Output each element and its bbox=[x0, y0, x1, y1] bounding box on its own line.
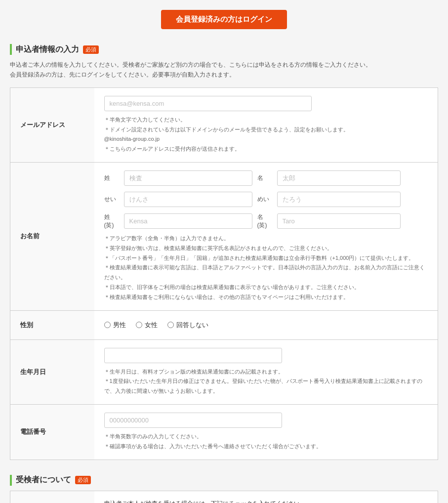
gender-options: 男性 女性 回答しない bbox=[104, 319, 428, 332]
applicant-form-table: メールアドレス ＊半角文字で入力してください。 ＊ドメイン設定されている方は以下… bbox=[10, 87, 438, 460]
first-name-field[interactable] bbox=[277, 170, 401, 186]
last-en-field[interactable] bbox=[124, 213, 252, 229]
gender-no-answer-option[interactable]: 回答しない bbox=[167, 321, 208, 330]
first-en-label: 名(英) bbox=[257, 213, 272, 230]
first-kana-field[interactable] bbox=[277, 192, 401, 207]
dob-note-2: ＊1度登録いただいた生年月日の修正はできません。登録いただいた物が、パスポート番… bbox=[104, 377, 428, 396]
email-label: メールアドレス bbox=[10, 87, 94, 162]
dob-notes: ＊生年月日は、有料オプション版の検査結果通知書にのみ記載されます。 ＊1度登録い… bbox=[104, 367, 428, 396]
gender-male-radio[interactable] bbox=[104, 322, 111, 328]
name-kanji-row: 姓 名 bbox=[104, 170, 428, 186]
examinee-desc: 申込者ご本人が検査を受ける場合には、下記にチェックを入れてください。 bbox=[104, 499, 428, 503]
name-note-4: ＊検査結果通知書に表示可能な言語は、日本語とアルファベットです。日本語以外の言語… bbox=[104, 263, 428, 283]
name-note-2: ＊英字登録が無い方は、検査結果通知書に英字氏名表記がされませんので、ご注意くださ… bbox=[104, 244, 428, 253]
gender-row: 性別 男性 女性 回答しない bbox=[10, 310, 438, 339]
section2-title: 受検者について bbox=[16, 475, 71, 485]
dob-note-1: ＊生年月日は、有料オプション版の検査結果通知書にのみ記載されます。 bbox=[104, 367, 428, 377]
dob-input-cell: ＊生年月日は、有料オプション版の検査結果通知書にのみ記載されます。 ＊1度登録い… bbox=[94, 339, 438, 404]
email-note-4: ＊こちらのメールアドレスに受付内容が送信されます。 bbox=[104, 144, 428, 154]
examinee-form-table: 受検者 申込者ご本人が検査を受ける場合には、下記にチェックを入れてください。 申… bbox=[10, 491, 438, 503]
dob-label: 生年月日 bbox=[10, 339, 94, 404]
last-kana-label: せい bbox=[104, 195, 119, 204]
section-title-bar bbox=[10, 44, 12, 55]
gender-label: 性別 bbox=[10, 310, 94, 339]
name-note-1: ＊アラビア数字（全角・半角）は入力できません。 bbox=[104, 234, 428, 244]
tel-row: 電話番号 ＊半角英数字のみの入力してください。 ＊確認事項がある場合は、入力いた… bbox=[10, 404, 438, 460]
last-kana-field[interactable] bbox=[124, 192, 252, 207]
dob-row: 生年月日 ＊生年月日は、有料オプション版の検査結果通知書にのみ記載されます。 ＊… bbox=[10, 339, 438, 404]
tel-field[interactable] bbox=[104, 413, 282, 428]
name-label: お名前 bbox=[10, 162, 94, 310]
last-name-label: 姓 bbox=[104, 174, 119, 182]
examinee-label: 受検者 bbox=[10, 491, 94, 503]
examinee-row: 受検者 申込者ご本人が検査を受ける場合には、下記にチェックを入れてください。 申… bbox=[10, 491, 438, 503]
tel-label: 電話番号 bbox=[10, 404, 94, 460]
section2-header: 受検者について 必須 bbox=[10, 475, 438, 486]
tel-note-1: ＊半角英数字のみの入力してください。 bbox=[104, 432, 428, 442]
email-note-1: ＊半角文字で入力してください。 bbox=[104, 115, 428, 125]
email-field[interactable] bbox=[104, 96, 312, 111]
gender-no-answer-label: 回答しない bbox=[176, 321, 208, 330]
email-note-3: @kinoshita-group.co.jp bbox=[104, 134, 428, 144]
section2-required-badge: 必須 bbox=[75, 476, 91, 484]
gender-male-label: 男性 bbox=[113, 321, 126, 330]
first-kana-label: めい bbox=[257, 195, 272, 204]
first-name-label: 名 bbox=[257, 174, 272, 182]
examinee-input-cell: 申込者ご本人が検査を受ける場合には、下記にチェックを入れてください。 申込者ご本… bbox=[94, 491, 438, 503]
gender-female-radio[interactable] bbox=[136, 322, 142, 328]
login-button-row: 会員登録済みの方はログイン bbox=[10, 10, 438, 29]
last-en-label: 姓(英) bbox=[104, 213, 119, 230]
last-name-field[interactable] bbox=[124, 170, 252, 186]
login-button[interactable]: 会員登録済みの方はログイン bbox=[161, 10, 287, 29]
name-input-cell: 姓 名 せい めい 姓(英) bbox=[94, 162, 438, 310]
section1-header: 申込者情報の入力 必須 bbox=[10, 44, 438, 55]
section1-description: 申込者ご本人の情報を入力してください。受検者がご家族など別の方の場合でも、こちら… bbox=[10, 60, 438, 80]
gender-no-answer-radio[interactable] bbox=[167, 322, 174, 328]
gender-input-cell: 男性 女性 回答しない bbox=[94, 310, 438, 339]
name-kana-row: せい めい bbox=[104, 192, 428, 207]
name-en-row: 姓(英) 名(英) bbox=[104, 213, 428, 230]
email-note-2: ＊ドメイン設定されている方は以下ドメインからのメールを受信できるよう、設定をお願… bbox=[104, 125, 428, 135]
gender-male-option[interactable]: 男性 bbox=[104, 321, 126, 330]
section1-required-badge: 必須 bbox=[83, 45, 99, 54]
name-grid: 姓 名 せい めい 姓(英) bbox=[104, 170, 428, 230]
section1-desc-line1: 申込者ご本人の情報を入力してください。受検者がご家族など別の方の場合でも、こちら… bbox=[10, 61, 371, 68]
name-note-3: ＊「パスポート番号」「生年月日」「国籍」が追加された検査結果通知書は立会承行手数… bbox=[104, 253, 428, 263]
gender-female-option[interactable]: 女性 bbox=[136, 321, 158, 330]
name-note-5: ＊日本語で、旧字体をご利用の場合は検査結果通知書に表示できない場合があります。ご… bbox=[104, 283, 428, 293]
section1-desc-line2: 会員登録済みの方は、先にログインをしてください。必要事項が自動入力されます。 bbox=[10, 71, 235, 78]
name-row: お名前 姓 名 せい めい bbox=[10, 162, 438, 310]
email-row: メールアドレス ＊半角文字で入力してください。 ＊ドメイン設定されている方は以下… bbox=[10, 87, 438, 162]
first-en-field[interactable] bbox=[277, 213, 401, 229]
gender-female-label: 女性 bbox=[145, 321, 158, 330]
name-notes: ＊アラビア数字（全角・半角）は入力できません。 ＊英字登録が無い方は、検査結果通… bbox=[104, 234, 428, 302]
email-notes: ＊半角文字で入力してください。 ＊ドメイン設定されている方は以下ドメインからのメ… bbox=[104, 115, 428, 154]
name-note-6: ＊検査結果通知書をご利用にならない場合は、その他の言語でもマイページはご利用いた… bbox=[104, 293, 428, 302]
tel-note-2: ＊確認事項がある場合は、入力いただいた番号へ連絡させていただく場合がございます。 bbox=[104, 442, 428, 452]
dob-field[interactable] bbox=[104, 348, 282, 363]
tel-notes: ＊半角英数字のみの入力してください。 ＊確認事項がある場合は、入力いただいた番号… bbox=[104, 432, 428, 452]
section2-title-bar bbox=[10, 475, 12, 486]
tel-input-cell: ＊半角英数字のみの入力してください。 ＊確認事項がある場合は、入力いただいた番号… bbox=[94, 404, 438, 460]
section1-title: 申込者情報の入力 bbox=[16, 44, 79, 55]
email-input-cell: ＊半角文字で入力してください。 ＊ドメイン設定されている方は以下ドメインからのメ… bbox=[94, 87, 438, 162]
